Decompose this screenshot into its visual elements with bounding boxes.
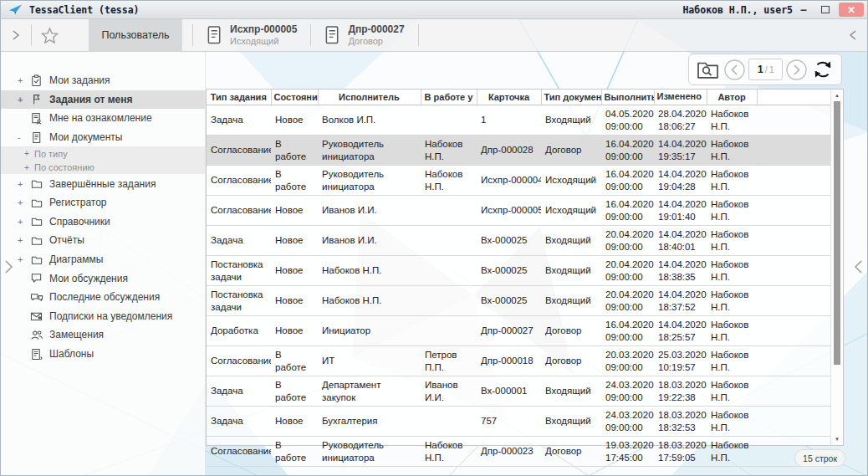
- tab-scroll-left-button[interactable]: [1, 19, 31, 51]
- sidebar-item[interactable]: + Диаграммы: [1, 250, 205, 269]
- table-cell: Входящий: [541, 105, 601, 136]
- table-row[interactable]: СогласованиеВ работеРуководитель инициат…: [207, 437, 832, 467]
- close-button[interactable]: ✕: [839, 3, 864, 17]
- header-filler: [757, 90, 832, 105]
- table-cell: 16.04.2020 09:00:00: [601, 166, 654, 196]
- row-filler: [757, 105, 832, 136]
- tree-expander-icon[interactable]: +: [18, 95, 29, 105]
- sidebar-item[interactable]: Мои обсуждения: [1, 269, 205, 288]
- column-header[interactable]: Тип задания: [207, 90, 271, 105]
- minimize-button[interactable]: –: [793, 3, 814, 17]
- table-row[interactable]: Постановка задачиНовоеНабоков Н.П.Вх-000…: [207, 286, 832, 316]
- tree-expander-icon[interactable]: +: [18, 179, 29, 189]
- sidebar-item[interactable]: + Справочники: [1, 212, 205, 232]
- table-cell: 1: [477, 105, 541, 136]
- doc-tab-subtitle: Договор: [348, 36, 404, 48]
- next-page-button[interactable]: [785, 59, 808, 81]
- tree-expander-icon[interactable]: -: [18, 132, 29, 142]
- maximize-icon: [821, 6, 830, 13]
- document-icon: [29, 131, 43, 144]
- table-row[interactable]: СогласованиеВ работеРуководитель инициат…: [207, 166, 832, 196]
- scroll-down-icon[interactable]: ▼: [831, 434, 843, 444]
- table-cell: Согласование: [207, 136, 271, 166]
- column-header[interactable]: Состояние: [271, 90, 318, 105]
- table-row[interactable]: ЗадачаНовоеВолков И.П.1Входящий04.05.202…: [207, 105, 832, 136]
- sidebar-item[interactable]: + По типу: [1, 146, 205, 161]
- column-header[interactable]: Исполнитель: [318, 90, 421, 105]
- table-cell: 20.03.2020 09:00:00: [601, 346, 654, 376]
- table-cell: Иванов И.И.: [318, 226, 421, 256]
- sidebar-item-label: Мне на ознакомление: [49, 112, 152, 124]
- table-row[interactable]: ДоработкаНовоеИнициаторДпр-000027Договор…: [207, 316, 832, 346]
- sidebar-item[interactable]: + Мои задания: [1, 71, 205, 90]
- panel-collapse-handle[interactable]: [850, 256, 865, 278]
- table-cell: В работе: [271, 136, 318, 166]
- sidebar-item[interactable]: + Регистратор: [1, 193, 205, 212]
- tree-expander-icon[interactable]: +: [18, 254, 29, 264]
- sidebar-item[interactable]: Мне на ознакомление: [1, 109, 205, 128]
- tree-expander-icon[interactable]: +: [18, 235, 29, 245]
- table-cell: Набоков Н.П.: [318, 286, 421, 316]
- sidebar-item[interactable]: + Отчёты: [1, 231, 205, 250]
- table-row[interactable]: СогласованиеНовоеИванов И.И.Исхпр-000005…: [207, 196, 832, 226]
- table-row[interactable]: Постановка задачиНовоеНабоков Н.П.Вх-000…: [207, 256, 832, 286]
- column-header[interactable]: Выполнить к: [601, 90, 654, 105]
- tree-expander-icon[interactable]: +: [18, 197, 29, 207]
- table-header-row: Тип заданияСостояниеИсполнительВ работе …: [207, 90, 832, 105]
- sidebar-item[interactable]: Подписки на уведомления: [1, 307, 205, 326]
- tab-user[interactable]: Пользователь: [89, 19, 182, 51]
- folder-icon: [29, 177, 43, 191]
- tab-document-2[interactable]: Дпр-000027 Договор: [311, 19, 417, 51]
- scrollbar-thumb[interactable]: [834, 101, 840, 365]
- view-toolbar: 1 / 1: [688, 54, 842, 85]
- tab-scroll-right-button[interactable]: [839, 19, 867, 51]
- sidebar-item-label: Мои обсуждения: [49, 273, 128, 284]
- sidebar-item[interactable]: Замещения: [1, 325, 205, 345]
- scroll-up-icon[interactable]: ▲: [831, 90, 843, 100]
- refresh-button[interactable]: [810, 59, 835, 80]
- table-row[interactable]: ЗадачаНовоеБухгалтерия757Входящий24.03.2…: [207, 407, 832, 437]
- table-cell: Договор: [541, 346, 601, 376]
- tree-expander-icon[interactable]: +: [24, 163, 34, 172]
- table-cell: Задача: [207, 407, 271, 437]
- table-cell: Дпр-000018: [477, 346, 541, 376]
- sidebar-item[interactable]: Шаблоны: [1, 345, 205, 364]
- search-button[interactable]: [695, 60, 721, 79]
- sidebar-item[interactable]: Последние обсуждения: [1, 288, 205, 307]
- column-header[interactable]: Карточка: [477, 90, 541, 105]
- table-cell: 19.03.2020 17:45:00: [601, 437, 654, 467]
- sidebar-expand-handle[interactable]: [1, 256, 16, 278]
- prev-page-button[interactable]: [723, 59, 746, 81]
- maximize-button[interactable]: [814, 3, 836, 17]
- table-row[interactable]: ЗадачаВ работеДепартамент закупокИванов …: [207, 376, 832, 407]
- arrow-right-circle-icon: [785, 59, 808, 81]
- tab-document-1[interactable]: Исхпр-000005 Исходящий: [193, 19, 310, 51]
- sidebar-item[interactable]: + Завершённые задания: [1, 174, 205, 193]
- table-cell: 20.04.2020 09:00:00: [601, 256, 654, 286]
- sidebar-item[interactable]: - Мои документы: [1, 128, 205, 147]
- table-row[interactable]: СогласованиеВ работеИТПетров П.П.Дпр-000…: [207, 346, 832, 376]
- table-cell: 20.04.2020 09:00:00: [601, 226, 654, 256]
- table-cell: Исхпр-000004: [477, 166, 541, 196]
- table-row[interactable]: ЗадачаНовоеИванов И.И.Вх-000025Входящий2…: [207, 226, 832, 256]
- chevron-left-icon: [854, 259, 863, 274]
- table-row[interactable]: СогласованиеВ работеРуководитель инициат…: [207, 136, 832, 166]
- tree-expander-icon[interactable]: +: [24, 149, 34, 158]
- table-cell: Набоков Н.П.: [707, 437, 757, 467]
- table-cell: Инициатор: [318, 316, 421, 346]
- column-header[interactable]: В работе у: [421, 90, 477, 105]
- column-header[interactable]: Изменено: [654, 90, 707, 105]
- table-cell: Постановка задачи: [207, 256, 271, 286]
- tree-expander-icon[interactable]: +: [18, 75, 29, 85]
- page-indicator[interactable]: 1 / 1: [748, 59, 783, 80]
- vertical-scrollbar[interactable]: ▲ ▼: [830, 90, 843, 445]
- tree-expander-icon[interactable]: +: [18, 217, 29, 227]
- favorites-button[interactable]: [32, 19, 67, 51]
- column-header[interactable]: Тип документа: [541, 90, 601, 105]
- sidebar-item[interactable]: + Задания от меня: [1, 90, 205, 110]
- sidebar-item-label: Последние обсуждения: [49, 291, 160, 303]
- column-header[interactable]: Автор: [707, 90, 757, 105]
- chevron-left-icon: [848, 29, 858, 41]
- table-cell: Набоков Н.П.: [707, 376, 757, 407]
- sidebar-item[interactable]: + По состоянию: [1, 161, 205, 175]
